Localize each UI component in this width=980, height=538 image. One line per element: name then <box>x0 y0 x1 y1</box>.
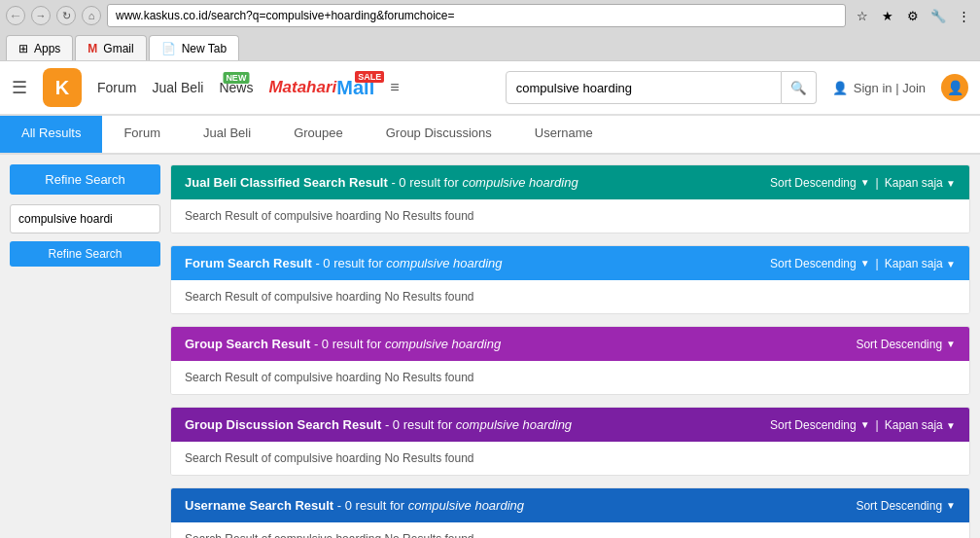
signin-text: Sign in | Join <box>854 81 926 95</box>
results-area: Jual Beli Classified Search Result - 0 r… <box>170 164 970 538</box>
user-icon: 👤 <box>832 81 848 95</box>
group-result-controls: Sort Descending ▼ <box>856 338 956 351</box>
refine-search-top-button[interactable]: Refine Search <box>10 164 160 195</box>
refine-search-bottom-button[interactable]: Refine Search <box>10 241 160 267</box>
forward-button[interactable]: → <box>31 6 51 25</box>
tabs-bar: All Results Forum Jual Beli Groupee Grou… <box>0 116 980 155</box>
browser-tabs: ⊞ Apps M Gmail 📄 New Tab <box>0 31 980 60</box>
group-discussion-sort-dropdown[interactable]: Sort Descending ▼ <box>770 418 870 432</box>
forum-result-title: Forum Search Result - 0 result for compu… <box>185 256 503 270</box>
tab-new-tab[interactable]: 📄 New Tab <box>149 35 239 60</box>
kapan-chevron-icon: ▼ <box>946 259 956 269</box>
forum-kapan-saja[interactable]: Kapan saja ▼ <box>885 257 956 270</box>
sale-badge: SALE <box>355 71 384 83</box>
username-result-title: Username Search Result - 0 result for co… <box>185 498 524 513</box>
tab-apps-label: Apps <box>34 42 60 55</box>
matahari-text: Matahari <box>268 78 336 97</box>
browser-toolbar: ← → ↻ ⌂ ☆ ★ ⚙ 🔧 ⋮ <box>0 0 980 31</box>
group-discussion-kapan-saja[interactable]: Kapan saja ▼ <box>885 418 956 432</box>
tab-username[interactable]: Username <box>513 116 614 153</box>
jual-beli-kapan-saja[interactable]: Kapan saja ▼ <box>885 176 956 190</box>
sort-chevron-icon: ▼ <box>860 258 870 269</box>
tab-gmail-label: Gmail <box>103 42 133 55</box>
settings-icon[interactable]: ⚙ <box>902 5 924 26</box>
sort-chevron-icon: ▼ <box>860 419 870 430</box>
group-discussion-result-title: Group Discussion Search Result - 0 resul… <box>185 417 572 432</box>
matahari-mall-logo[interactable]: Matahari Mall SALE <box>268 77 374 99</box>
news-wrap: News NEW <box>219 80 253 95</box>
forum-separator: | <box>876 257 879 270</box>
jual-beli-result-controls: Sort Descending ▼ | Kapan saja ▼ <box>770 176 956 190</box>
menu-icon[interactable]: ≡ <box>390 79 399 96</box>
gmail-icon: M <box>88 42 97 55</box>
jual-beli-separator: | <box>876 176 879 190</box>
group-result-section: Group Search Result - 0 result for compu… <box>170 326 970 395</box>
back-button[interactable]: ← <box>6 6 25 25</box>
sort-chevron-icon: ▼ <box>946 339 956 349</box>
tab-groupee[interactable]: Groupee <box>272 116 365 153</box>
search-input[interactable] <box>506 71 782 104</box>
group-result-header: Group Search Result - 0 result for compu… <box>171 327 969 361</box>
home-button[interactable]: ⌂ <box>82 6 101 25</box>
tab-forum[interactable]: Forum <box>102 116 182 153</box>
tab-apps[interactable]: ⊞ Apps <box>6 35 73 60</box>
username-result-header: Username Search Result - 0 result for co… <box>171 488 969 522</box>
apps-icon: ⊞ <box>18 42 28 55</box>
username-result-section: Username Search Result - 0 result for co… <box>170 487 970 538</box>
hamburger-menu[interactable]: ☰ <box>12 77 27 98</box>
address-bar[interactable] <box>107 4 846 27</box>
forum-sort-dropdown[interactable]: Sort Descending ▼ <box>770 257 870 270</box>
tab-gmail[interactable]: M Gmail <box>75 35 146 60</box>
main-content: Refine Search Refine Search Jual Beli Cl… <box>0 155 980 538</box>
forum-result-controls: Sort Descending ▼ | Kapan saja ▼ <box>770 257 956 270</box>
browser-icons: ☆ ★ ⚙ 🔧 ⋮ <box>852 5 974 26</box>
forum-result-header: Forum Search Result - 0 result for compu… <box>171 246 969 280</box>
sort-chevron-icon: ▼ <box>860 177 870 188</box>
group-sort-dropdown[interactable]: Sort Descending ▼ <box>856 338 956 351</box>
group-result-body: Search Result of compulsive hoarding No … <box>171 361 969 394</box>
browser-chrome: ← → ↻ ⌂ ☆ ★ ⚙ 🔧 ⋮ ⊞ Apps M Gmail 📄 New T… <box>0 0 980 61</box>
group-result-title: Group Search Result - 0 result for compu… <box>185 337 501 351</box>
sidebar-search-input[interactable] <box>10 204 160 233</box>
jual-beli-result-body: Search Result of compulsive hoarding No … <box>171 199 969 233</box>
jual-beli-result-section: Jual Beli Classified Search Result - 0 r… <box>170 164 970 233</box>
refresh-button[interactable]: ↻ <box>56 6 76 25</box>
jual-beli-result-title: Jual Beli Classified Search Result - 0 r… <box>185 175 578 190</box>
search-area: 🔍 <box>506 71 817 104</box>
bookmark-icon[interactable]: ☆ <box>852 5 873 26</box>
jual-beli-sort-dropdown[interactable]: Sort Descending ▼ <box>770 176 870 190</box>
kaskus-logo-letter: K <box>55 77 69 99</box>
search-button[interactable]: 🔍 <box>782 71 817 104</box>
sort-chevron-icon: ▼ <box>946 500 956 511</box>
site-header: ☰ K Forum Jual Beli News NEW Matahari Ma… <box>0 61 980 116</box>
kapan-chevron-icon: ▼ <box>946 178 956 189</box>
avatar-icon: 👤 <box>947 80 963 95</box>
signin-link[interactable]: 👤 Sign in | Join <box>832 81 926 95</box>
group-discussion-result-header: Group Discussion Search Result - 0 resul… <box>171 408 969 442</box>
username-sort-dropdown[interactable]: Sort Descending ▼ <box>856 499 956 513</box>
tab-all-results[interactable]: All Results <box>0 116 102 153</box>
sidebar: Refine Search Refine Search <box>10 164 160 538</box>
tab-jual-beli[interactable]: Jual Beli <box>182 116 272 153</box>
forum-nav-link[interactable]: Forum <box>97 80 136 95</box>
username-result-body: Search Result of compulsive hoarding No … <box>171 522 969 538</box>
kapan-chevron-icon: ▼ <box>946 420 956 431</box>
group-discussion-result-body: Search Result of compulsive hoarding No … <box>171 442 969 475</box>
forum-result-body: Search Result of compulsive hoarding No … <box>171 280 969 313</box>
jual-beli-result-header: Jual Beli Classified Search Result - 0 r… <box>171 165 969 199</box>
tab-new-tab-label: New Tab <box>182 42 227 55</box>
group-discussion-result-section: Group Discussion Search Result - 0 resul… <box>170 407 970 476</box>
username-result-controls: Sort Descending ▼ <box>856 499 956 513</box>
group-discussion-result-controls: Sort Descending ▼ | Kapan saja ▼ <box>770 418 956 432</box>
tab-group-discussions[interactable]: Group Discussions <box>365 116 513 153</box>
user-avatar[interactable]: 👤 <box>941 74 968 101</box>
kaskus-logo[interactable]: K <box>43 68 82 107</box>
extensions-icon[interactable]: 🔧 <box>928 5 949 26</box>
jual-beli-nav-link[interactable]: Jual Beli <box>152 80 203 95</box>
news-new-badge: NEW <box>223 72 249 84</box>
menu-icon[interactable]: ⋮ <box>953 5 974 26</box>
new-tab-icon: 📄 <box>161 42 176 55</box>
star-icon[interactable]: ★ <box>877 5 898 26</box>
group-discussion-separator: | <box>876 418 879 432</box>
search-icon: 🔍 <box>790 81 807 95</box>
